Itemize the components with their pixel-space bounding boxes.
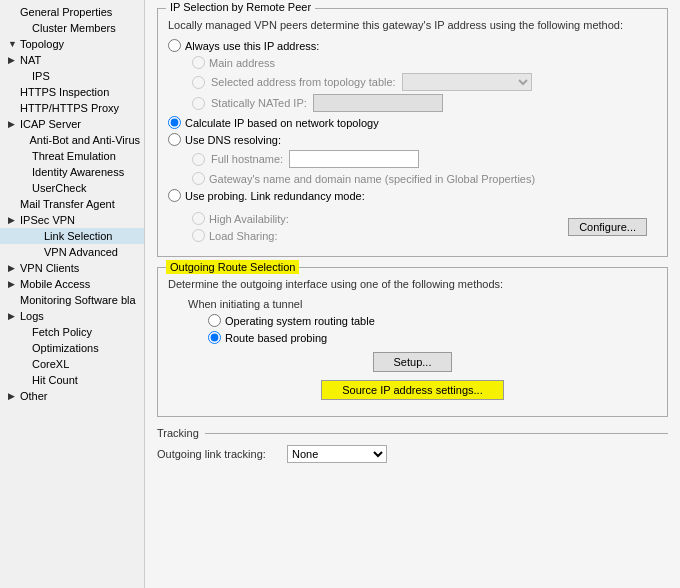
sidebar-item-cluster-members[interactable]: Cluster Members [0, 20, 144, 36]
sidebar-label-identity-awareness: Identity Awareness [32, 166, 124, 178]
high-avail-label[interactable]: High Availability: [209, 213, 289, 225]
os-routing-label[interactable]: Operating system routing table [225, 315, 375, 327]
source-ip-button[interactable]: Source IP address settings... [321, 380, 503, 400]
route-probing-row[interactable]: Route based probing [208, 331, 657, 344]
sidebar-item-mail-transfer[interactable]: Mail Transfer Agent [0, 196, 144, 212]
probing-suboptions: High Availability: Load Sharing: [168, 208, 289, 246]
expander-icon-nat: ▶ [8, 55, 18, 65]
topology-select[interactable] [402, 73, 532, 91]
os-routing-row[interactable]: Operating system routing table [208, 314, 657, 327]
calculate-ip-radio[interactable] [168, 116, 181, 129]
statically-nated-row[interactable]: Statically NATed IP: [192, 94, 657, 112]
full-hostname-label[interactable]: Full hostname: [211, 153, 283, 165]
use-probing-row[interactable]: Use probing. Link redundancy mode: [168, 189, 657, 202]
tracking-row: Outgoing link tracking: None Log Alert [157, 445, 668, 463]
always-ip-row[interactable]: Always use this IP address: [168, 39, 657, 52]
sidebar-label-topology: Topology [20, 38, 64, 50]
main-address-radio[interactable] [192, 56, 205, 69]
load-sharing-radio[interactable] [192, 229, 205, 242]
sidebar-item-link-selection[interactable]: Link Selection [0, 228, 144, 244]
sidebar-item-https-inspection[interactable]: HTTPS Inspection [0, 84, 144, 100]
high-availability-row[interactable]: High Availability: [192, 212, 289, 225]
configure-button[interactable]: Configure... [568, 218, 647, 236]
route-probing-label[interactable]: Route based probing [225, 332, 327, 344]
full-hostname-row[interactable]: Full hostname: [192, 150, 657, 168]
sidebar-label-monitoring: Monitoring Software bla [20, 294, 136, 306]
sidebar-item-logs[interactable]: ▶Logs [0, 308, 144, 324]
use-probing-label[interactable]: Use probing. Link redundancy mode: [185, 190, 365, 202]
sidebar-label-icap-server: ICAP Server [20, 118, 81, 130]
load-sharing-row[interactable]: Load Sharing: [192, 229, 289, 242]
use-probing-radio[interactable] [168, 189, 181, 202]
sidebar-item-monitoring[interactable]: Monitoring Software bla [0, 292, 144, 308]
route-probing-radio[interactable] [208, 331, 221, 344]
full-hostname-radio[interactable] [192, 153, 205, 166]
sidebar-item-icap-server[interactable]: ▶ICAP Server [0, 116, 144, 132]
gateway-name-row[interactable]: Gateway's name and domain name (specifie… [192, 172, 657, 185]
sidebar-label-usercheck: UserCheck [32, 182, 86, 194]
statically-nated-label[interactable]: Statically NATed IP: [211, 97, 307, 109]
sidebar-item-vpn-advanced[interactable]: VPN Advanced [0, 244, 144, 260]
outgoing-link-label: Outgoing link tracking: [157, 448, 277, 460]
selected-address-label[interactable]: Selected address from topology table: [211, 76, 396, 88]
sidebar-label-threat-emulation: Threat Emulation [32, 150, 116, 162]
sidebar-item-usercheck[interactable]: UserCheck [0, 180, 144, 196]
sidebar-item-mobile-access[interactable]: ▶Mobile Access [0, 276, 144, 292]
sidebar-item-corexl[interactable]: CoreXL [0, 356, 144, 372]
sidebar-item-optimizations[interactable]: Optimizations [0, 340, 144, 356]
tracking-select[interactable]: None Log Alert [287, 445, 387, 463]
sidebar-item-identity-awareness[interactable]: Identity Awareness [0, 164, 144, 180]
use-dns-label[interactable]: Use DNS resolving: [185, 134, 281, 146]
sidebar-item-fetch-policy[interactable]: Fetch Policy [0, 324, 144, 340]
sidebar-label-other: Other [20, 390, 48, 402]
sidebar-item-http-https-proxy[interactable]: HTTP/HTTPS Proxy [0, 100, 144, 116]
statically-nated-radio[interactable] [192, 97, 205, 110]
sidebar-label-nat: NAT [20, 54, 41, 66]
sidebar-item-hit-count[interactable]: Hit Count [0, 372, 144, 388]
sidebar-item-nat[interactable]: ▶NAT [0, 52, 144, 68]
setup-button[interactable]: Setup... [373, 352, 453, 372]
use-dns-radio[interactable] [168, 133, 181, 146]
calculate-ip-label[interactable]: Calculate IP based on network topology [185, 117, 379, 129]
outgoing-route-group: Outgoing Route Selection Determine the o… [157, 267, 668, 417]
ip-selection-group: IP Selection by Remote Peer Locally mana… [157, 8, 668, 257]
sidebar-label-hit-count: Hit Count [32, 374, 78, 386]
expander-icon-other: ▶ [8, 391, 18, 401]
selected-address-row[interactable]: Selected address from topology table: [192, 73, 657, 91]
ip-selection-title: IP Selection by Remote Peer [166, 1, 315, 13]
sidebar-item-general-props[interactable]: General Properties [0, 4, 144, 20]
always-ip-radio[interactable] [168, 39, 181, 52]
sidebar-item-ips[interactable]: IPS [0, 68, 144, 84]
always-ip-label[interactable]: Always use this IP address: [185, 40, 319, 52]
sidebar-label-ipsec-vpn: IPSec VPN [20, 214, 75, 226]
sidebar-item-other[interactable]: ▶Other [0, 388, 144, 404]
sidebar-item-vpn-clients[interactable]: ▶VPN Clients [0, 260, 144, 276]
statically-nated-input[interactable] [313, 94, 443, 112]
main-address-label[interactable]: Main address [209, 57, 275, 69]
full-hostname-input[interactable] [289, 150, 419, 168]
sidebar-label-fetch-policy: Fetch Policy [32, 326, 92, 338]
tracking-section: Tracking Outgoing link tracking: None Lo… [157, 427, 668, 463]
gateway-name-label[interactable]: Gateway's name and domain name (specifie… [209, 173, 535, 185]
sidebar-label-corexl: CoreXL [32, 358, 69, 370]
gateway-name-radio[interactable] [192, 172, 205, 185]
outgoing-route-title: Outgoing Route Selection [166, 260, 299, 274]
calculate-ip-row[interactable]: Calculate IP based on network topology [168, 116, 657, 129]
dns-suboptions: Full hostname: Gateway's name and domain… [168, 150, 657, 185]
os-routing-radio[interactable] [208, 314, 221, 327]
selected-address-radio[interactable] [192, 76, 205, 89]
tunnel-options: Operating system routing table Route bas… [208, 314, 657, 344]
sidebar-item-ipsec-vpn[interactable]: ▶IPSec VPN [0, 212, 144, 228]
sidebar-label-optimizations: Optimizations [32, 342, 99, 354]
sidebar-item-anti-bot[interactable]: Anti-Bot and Anti-Virus [0, 132, 144, 148]
probing-wrapper: Use probing. Link redundancy mode: High … [168, 189, 657, 246]
tracking-header: Tracking [157, 427, 668, 439]
sidebar-item-threat-emulation[interactable]: Threat Emulation [0, 148, 144, 164]
sidebar-label-https-inspection: HTTPS Inspection [20, 86, 109, 98]
main-address-row[interactable]: Main address [192, 56, 657, 69]
load-sharing-label[interactable]: Load Sharing: [209, 230, 278, 242]
sidebar-item-topology[interactable]: ▼Topology [0, 36, 144, 52]
high-avail-radio[interactable] [192, 212, 205, 225]
use-dns-row[interactable]: Use DNS resolving: [168, 133, 657, 146]
expander-icon-ipsec-vpn: ▶ [8, 215, 18, 225]
